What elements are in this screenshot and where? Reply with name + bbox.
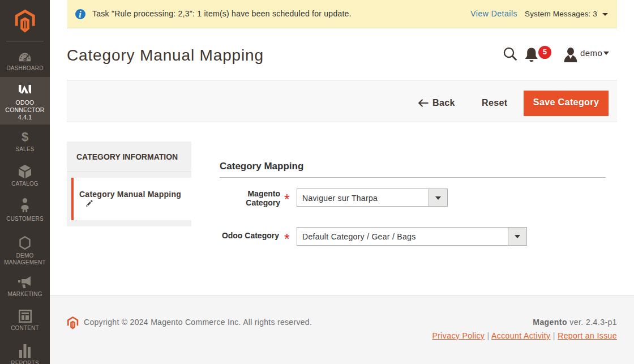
svg-text:i: i — [79, 10, 82, 19]
